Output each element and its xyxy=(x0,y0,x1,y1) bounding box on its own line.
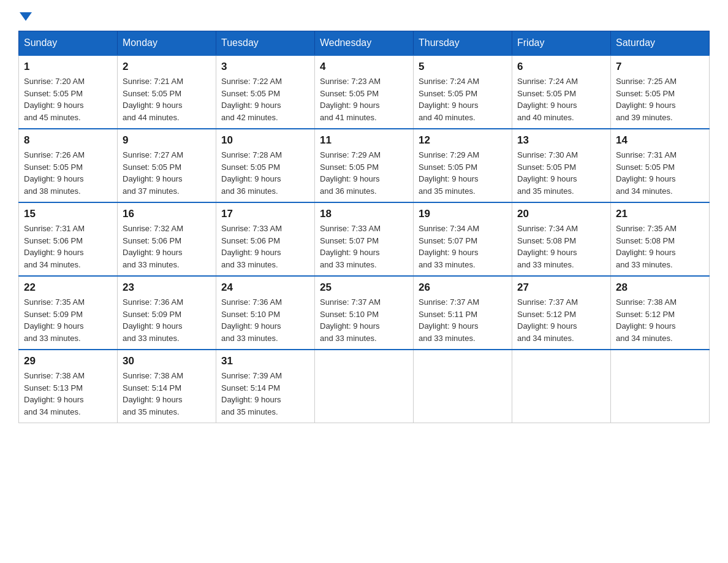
day-info: Sunrise: 7:29 AMSunset: 5:05 PMDaylight:… xyxy=(419,149,507,197)
day-info: Sunrise: 7:37 AMSunset: 5:10 PMDaylight:… xyxy=(320,296,408,344)
day-info: Sunrise: 7:35 AMSunset: 5:09 PMDaylight:… xyxy=(24,296,112,344)
day-cell: 26Sunrise: 7:37 AMSunset: 5:11 PMDayligh… xyxy=(414,276,512,350)
day-info: Sunrise: 7:35 AMSunset: 5:08 PMDaylight:… xyxy=(616,223,704,270)
day-cell: 22Sunrise: 7:35 AMSunset: 5:09 PMDayligh… xyxy=(19,276,118,350)
day-info: Sunrise: 7:34 AMSunset: 5:07 PMDaylight:… xyxy=(419,223,507,270)
day-cell: 30Sunrise: 7:38 AMSunset: 5:14 PMDayligh… xyxy=(118,350,216,423)
header-cell-tuesday: Tuesday xyxy=(216,31,315,56)
day-number: 29 xyxy=(24,355,112,367)
day-cell: 17Sunrise: 7:33 AMSunset: 5:06 PMDayligh… xyxy=(216,202,315,276)
day-info: Sunrise: 7:38 AMSunset: 5:13 PMDaylight:… xyxy=(24,370,112,418)
day-cell: 23Sunrise: 7:36 AMSunset: 5:09 PMDayligh… xyxy=(118,276,216,350)
day-number: 12 xyxy=(419,134,507,147)
day-number: 14 xyxy=(616,134,704,147)
day-cell: 21Sunrise: 7:35 AMSunset: 5:08 PMDayligh… xyxy=(611,202,710,276)
day-cell xyxy=(611,350,710,423)
day-cell: 2Sunrise: 7:21 AMSunset: 5:05 PMDaylight… xyxy=(118,55,216,129)
day-info: Sunrise: 7:28 AMSunset: 5:05 PMDaylight:… xyxy=(221,149,309,197)
day-info: Sunrise: 7:20 AMSunset: 5:05 PMDaylight:… xyxy=(24,75,112,123)
day-number: 28 xyxy=(616,282,704,294)
day-cell: 4Sunrise: 7:23 AMSunset: 5:05 PMDaylight… xyxy=(315,55,414,129)
day-info: Sunrise: 7:36 AMSunset: 5:09 PMDaylight:… xyxy=(123,296,211,344)
calendar-table: SundayMondayTuesdayWednesdayThursdayFrid… xyxy=(18,31,710,423)
logo-line1 xyxy=(18,12,32,21)
day-cell: 13Sunrise: 7:30 AMSunset: 5:05 PMDayligh… xyxy=(512,129,611,202)
week-row-5: 29Sunrise: 7:38 AMSunset: 5:13 PMDayligh… xyxy=(19,350,710,423)
day-number: 9 xyxy=(123,134,211,147)
day-number: 21 xyxy=(616,208,704,220)
page-header xyxy=(18,12,710,18)
day-info: Sunrise: 7:39 AMSunset: 5:14 PMDaylight:… xyxy=(221,370,309,418)
day-info: Sunrise: 7:26 AMSunset: 5:05 PMDaylight:… xyxy=(24,149,112,197)
day-info: Sunrise: 7:32 AMSunset: 5:06 PMDaylight:… xyxy=(123,223,211,270)
day-info: Sunrise: 7:24 AMSunset: 5:05 PMDaylight:… xyxy=(517,75,605,123)
day-cell: 19Sunrise: 7:34 AMSunset: 5:07 PMDayligh… xyxy=(414,202,512,276)
day-info: Sunrise: 7:25 AMSunset: 5:05 PMDaylight:… xyxy=(616,75,704,123)
day-cell: 1Sunrise: 7:20 AMSunset: 5:05 PMDaylight… xyxy=(19,55,118,129)
week-row-2: 8Sunrise: 7:26 AMSunset: 5:05 PMDaylight… xyxy=(19,129,710,202)
logo-arrow-icon xyxy=(20,12,32,21)
day-info: Sunrise: 7:22 AMSunset: 5:05 PMDaylight:… xyxy=(221,75,309,123)
header-row: SundayMondayTuesdayWednesdayThursdayFrid… xyxy=(19,31,710,56)
day-number: 23 xyxy=(123,282,211,294)
header-cell-sunday: Sunday xyxy=(19,31,118,56)
day-number: 15 xyxy=(24,208,112,220)
day-number: 13 xyxy=(517,134,605,147)
day-number: 6 xyxy=(517,61,605,73)
day-info: Sunrise: 7:33 AMSunset: 5:07 PMDaylight:… xyxy=(320,223,408,270)
day-info: Sunrise: 7:30 AMSunset: 5:05 PMDaylight:… xyxy=(517,149,605,197)
day-cell: 15Sunrise: 7:31 AMSunset: 5:06 PMDayligh… xyxy=(19,202,118,276)
day-number: 11 xyxy=(320,134,408,147)
day-cell: 31Sunrise: 7:39 AMSunset: 5:14 PMDayligh… xyxy=(216,350,315,423)
day-cell: 12Sunrise: 7:29 AMSunset: 5:05 PMDayligh… xyxy=(414,129,512,202)
day-number: 2 xyxy=(123,61,211,73)
calendar-header: SundayMondayTuesdayWednesdayThursdayFrid… xyxy=(19,31,710,56)
header-cell-wednesday: Wednesday xyxy=(315,31,414,56)
day-cell: 27Sunrise: 7:37 AMSunset: 5:12 PMDayligh… xyxy=(512,276,611,350)
day-cell: 3Sunrise: 7:22 AMSunset: 5:05 PMDaylight… xyxy=(216,55,315,129)
header-cell-friday: Friday xyxy=(512,31,611,56)
day-number: 18 xyxy=(320,208,408,220)
day-number: 22 xyxy=(24,282,112,294)
day-number: 26 xyxy=(419,282,507,294)
day-number: 25 xyxy=(320,282,408,294)
day-info: Sunrise: 7:37 AMSunset: 5:11 PMDaylight:… xyxy=(419,296,507,344)
day-info: Sunrise: 7:34 AMSunset: 5:08 PMDaylight:… xyxy=(517,223,605,270)
day-cell: 24Sunrise: 7:36 AMSunset: 5:10 PMDayligh… xyxy=(216,276,315,350)
day-number: 20 xyxy=(517,208,605,220)
day-cell: 28Sunrise: 7:38 AMSunset: 5:12 PMDayligh… xyxy=(611,276,710,350)
day-cell: 29Sunrise: 7:38 AMSunset: 5:13 PMDayligh… xyxy=(19,350,118,423)
day-cell: 6Sunrise: 7:24 AMSunset: 5:05 PMDaylight… xyxy=(512,55,611,129)
header-cell-saturday: Saturday xyxy=(611,31,710,56)
day-number: 10 xyxy=(221,134,309,147)
day-number: 27 xyxy=(517,282,605,294)
day-cell: 8Sunrise: 7:26 AMSunset: 5:05 PMDaylight… xyxy=(19,129,118,202)
day-number: 24 xyxy=(221,282,309,294)
day-cell: 5Sunrise: 7:24 AMSunset: 5:05 PMDaylight… xyxy=(414,55,512,129)
header-cell-thursday: Thursday xyxy=(414,31,512,56)
logo xyxy=(18,12,32,18)
week-row-3: 15Sunrise: 7:31 AMSunset: 5:06 PMDayligh… xyxy=(19,202,710,276)
day-info: Sunrise: 7:33 AMSunset: 5:06 PMDaylight:… xyxy=(221,223,309,270)
day-number: 4 xyxy=(320,61,408,73)
day-number: 19 xyxy=(419,208,507,220)
day-number: 7 xyxy=(616,61,704,73)
day-info: Sunrise: 7:29 AMSunset: 5:05 PMDaylight:… xyxy=(320,149,408,197)
header-cell-monday: Monday xyxy=(118,31,216,56)
day-number: 31 xyxy=(221,355,309,367)
day-cell: 18Sunrise: 7:33 AMSunset: 5:07 PMDayligh… xyxy=(315,202,414,276)
day-number: 8 xyxy=(24,134,112,147)
day-number: 3 xyxy=(221,61,309,73)
day-number: 1 xyxy=(24,61,112,73)
day-info: Sunrise: 7:38 AMSunset: 5:12 PMDaylight:… xyxy=(616,296,704,344)
week-row-1: 1Sunrise: 7:20 AMSunset: 5:05 PMDaylight… xyxy=(19,55,710,129)
day-cell: 10Sunrise: 7:28 AMSunset: 5:05 PMDayligh… xyxy=(216,129,315,202)
week-row-4: 22Sunrise: 7:35 AMSunset: 5:09 PMDayligh… xyxy=(19,276,710,350)
day-number: 17 xyxy=(221,208,309,220)
day-cell xyxy=(414,350,512,423)
day-info: Sunrise: 7:36 AMSunset: 5:10 PMDaylight:… xyxy=(221,296,309,344)
day-cell: 9Sunrise: 7:27 AMSunset: 5:05 PMDaylight… xyxy=(118,129,216,202)
day-cell: 14Sunrise: 7:31 AMSunset: 5:05 PMDayligh… xyxy=(611,129,710,202)
day-info: Sunrise: 7:21 AMSunset: 5:05 PMDaylight:… xyxy=(123,75,211,123)
day-info: Sunrise: 7:37 AMSunset: 5:12 PMDaylight:… xyxy=(517,296,605,344)
